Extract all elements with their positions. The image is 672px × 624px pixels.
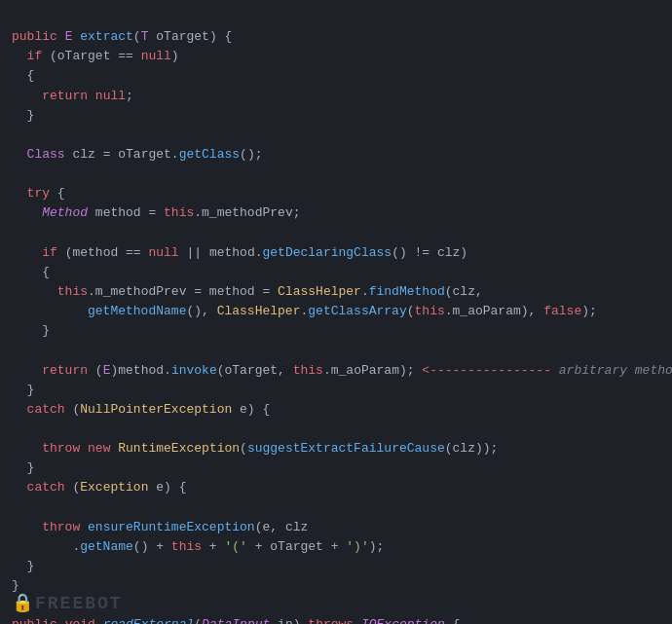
line-10: Method method = this.m_methodPrev; xyxy=(12,205,300,220)
line-23: } xyxy=(12,460,34,475)
line-27: .getName() + this + '(' + oTarget + ')')… xyxy=(12,539,384,554)
line-24: catch (Exception e) { xyxy=(12,480,186,495)
line-12: if (method == null || method.getDeclarin… xyxy=(12,245,467,260)
line-13: { xyxy=(12,265,50,279)
line-2: if (oTarget == null) xyxy=(12,49,179,63)
line-7: Class clz = oTarget.getClass(); xyxy=(12,147,262,162)
line-14: this.m_methodPrev = method = ClassHelper… xyxy=(12,284,483,299)
line-28: } xyxy=(12,559,34,573)
line-26: throw ensureRuntimeException(e, clz xyxy=(12,520,308,534)
line-15: getMethodName(), ClassHelper.getClassArr… xyxy=(12,304,597,318)
line-31: public void readExternal(DataInput in) t… xyxy=(12,617,460,624)
line-3: { xyxy=(12,68,34,83)
line-1: public E extract(T oTarget) { xyxy=(12,29,232,44)
line-16: } xyxy=(12,323,50,338)
line-9: try { xyxy=(12,186,65,201)
watermark: 🔒FREEBOT xyxy=(12,591,123,618)
line-20: catch (NullPointerException e) { xyxy=(12,402,270,417)
line-4: return null; xyxy=(12,89,133,103)
line-5: } xyxy=(12,108,34,123)
code-editor: public E extract(T oTarget) { if (oTarge… xyxy=(0,0,672,624)
line-19: } xyxy=(12,383,34,397)
line-18: return (E)method.invoke(oTarget, this.m_… xyxy=(12,363,672,378)
